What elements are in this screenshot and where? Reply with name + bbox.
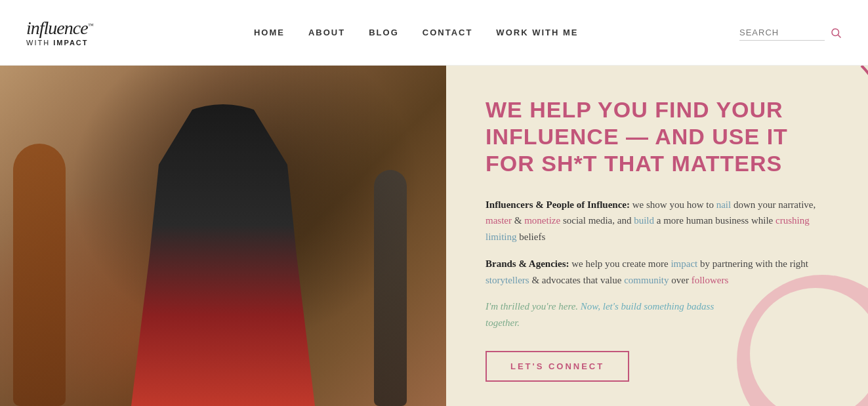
hero-para1-master: master (486, 215, 512, 226)
search-area (739, 25, 842, 41)
logo-script: influence™ (26, 18, 93, 39)
bass-guitar-decoration (13, 144, 66, 406)
hero-content: WE HELP YOU FIND YOUR INFLUENCE — AND US… (446, 66, 868, 406)
hero-para1-text2: down your narrative, (734, 199, 816, 210)
person-silhouette (131, 104, 315, 406)
hero-para2-text2: by partnering with the right (700, 258, 808, 269)
hero-section: WE HELP YOU FIND YOUR INFLUENCE — AND US… (0, 66, 868, 406)
nav-item-work-with-me[interactable]: WORK WITH ME (496, 28, 578, 37)
hero-para2-text1: we help you create more (571, 258, 671, 269)
hero-tagline-start: I'm thrilled you're here. (486, 301, 581, 312)
hero-para2-text3: & advocates that value (531, 275, 624, 285)
hero-para2-bold: Brands & Agencies: (486, 258, 569, 269)
logo-italic-text: influence (26, 18, 88, 38)
logo-sub-prefix: with (26, 39, 53, 47)
hero-tagline-now: Now, let's build something badass (581, 301, 714, 312)
nav-item-home[interactable]: HOME (254, 28, 285, 37)
hero-para1-crushing: crushing (775, 215, 810, 226)
hero-para2-community: community (624, 275, 669, 285)
hero-para1-text7: beliefs (519, 232, 545, 242)
svg-line-1 (838, 35, 840, 37)
hero-para2-followers: followers (692, 275, 729, 285)
hero-headline: WE HELP YOU FIND YOUR INFLUENCE — AND US… (486, 96, 835, 176)
nav-item-blog[interactable]: BLOG (369, 28, 399, 37)
main-nav: HOME ABOUT BLOG CONTACT WORK WITH ME (254, 28, 578, 37)
search-button[interactable] (830, 27, 842, 39)
logo-sub-bold: IMPACT (53, 39, 88, 47)
hero-para-influencers: Influencers & People of Influence: we sh… (486, 197, 835, 245)
search-input[interactable] (739, 25, 825, 41)
hero-image (0, 66, 446, 406)
hero-para-brands: Brands & Agencies: we help you create mo… (486, 256, 835, 289)
hero-para1-text: we show you how to (632, 199, 716, 210)
logo[interactable]: influence™ with IMPACT (26, 18, 93, 47)
hero-para1-nail: nail (716, 199, 732, 210)
hero-para2-storytellers: storytellers (486, 275, 529, 285)
hero-para1-text4: social media, and (563, 215, 634, 226)
site-header: influence™ with IMPACT HOME ABOUT BLOG C… (0, 0, 868, 66)
hero-tagline: I'm thrilled you're here. Now, let's bui… (486, 298, 835, 331)
hero-para1-monetize: monetize (524, 215, 560, 226)
hero-tagline-together: together. (486, 317, 520, 328)
hero-para1-bold: Influencers & People of Influence: (486, 199, 630, 210)
hero-para2-impact: impact (671, 258, 697, 269)
hero-photo (0, 66, 446, 406)
hero-para2-text4: over (671, 275, 691, 285)
guitar-decoration (374, 170, 407, 406)
nav-item-contact[interactable]: CONTACT (423, 28, 473, 37)
hero-para1-build: build (634, 215, 654, 226)
hero-para1-limiting: limiting (486, 232, 517, 242)
logo-tm: ™ (88, 22, 93, 29)
hero-para1-text3: & (514, 215, 524, 226)
nav-item-about[interactable]: ABOUT (308, 28, 345, 37)
svg-point-0 (832, 29, 839, 36)
logo-subtext: with IMPACT (26, 39, 93, 47)
hero-para1-text5: a more human business while (657, 215, 775, 226)
search-icon (830, 27, 842, 39)
cta-button[interactable]: LET'S CONNECT (486, 351, 629, 382)
